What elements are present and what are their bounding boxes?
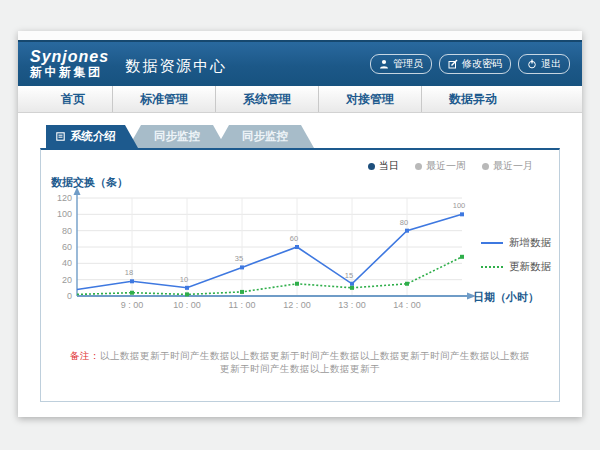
edit-icon <box>448 59 458 69</box>
document-icon <box>56 131 65 143</box>
tab-sync-monitor-1[interactable]: 同步监控 <box>128 125 226 148</box>
radio-today[interactable]: 当日 <box>368 159 399 173</box>
change-password-button[interactable]: 修改密码 <box>439 54 511 74</box>
tab-system-intro-label: 系统介绍 <box>70 129 116 144</box>
svg-text:15: 15 <box>345 271 353 280</box>
legend-item-new-data: 新增数据 <box>481 236 551 250</box>
page-background: Synjones 新中新集团 数据资源中心 管理员 修改密码 <box>0 0 600 450</box>
app-header: Synjones 新中新集团 数据资源中心 管理员 修改密码 <box>18 40 582 86</box>
admin-user-button[interactable]: 管理员 <box>370 54 432 74</box>
window-top-strip <box>18 31 582 40</box>
svg-text:0: 0 <box>67 291 72 301</box>
svg-text:13 : 00: 13 : 00 <box>338 300 366 310</box>
svg-text:60: 60 <box>290 234 298 243</box>
radio-last-month-label: 最近一月 <box>493 159 533 173</box>
logout-button[interactable]: 退出 <box>518 54 570 74</box>
blue-line-sample-icon <box>481 242 503 244</box>
radio-last-month[interactable]: 最近一月 <box>482 159 533 173</box>
app-window: Synjones 新中新集团 数据资源中心 管理员 修改密码 <box>18 31 582 417</box>
svg-text:9 : 00: 9 : 00 <box>121 300 144 310</box>
radio-last-week[interactable]: 最近一周 <box>415 159 466 173</box>
time-filter: 当日 最近一周 最近一月 <box>368 159 533 173</box>
tab-sync-monitor-2[interactable]: 同步监控 <box>216 125 314 148</box>
footnote-text: 以上数据更新于时间产生数据以上数据更新于时间产生数据以上数据更新于时间产生数据以… <box>100 350 530 374</box>
legend-new-data-label: 新增数据 <box>509 236 551 250</box>
main-nav: 首页 标准管理 系统管理 对接管理 数据异动 <box>18 86 582 113</box>
radio-dot-icon <box>368 163 375 170</box>
logout-label: 退出 <box>541 57 561 71</box>
nav-item-home[interactable]: 首页 <box>34 86 112 112</box>
footnote: 备注：以上数据更新于时间产生数据以上数据更新于时间产生数据以上数据更新于时间产生… <box>41 350 559 376</box>
nav-item-standard-mgmt[interactable]: 标准管理 <box>112 86 215 112</box>
svg-text:80: 80 <box>400 218 408 227</box>
svg-text:14 : 00: 14 : 00 <box>393 300 421 310</box>
svg-text:100: 100 <box>57 209 72 219</box>
chart-panel: 当日 最近一周 最近一月 9 : 0010 : 0011 : 0012 : 00… <box>40 148 560 402</box>
svg-text:11 : 00: 11 : 00 <box>229 300 256 310</box>
svg-text:80: 80 <box>62 226 72 236</box>
green-dotted-sample-icon <box>481 266 503 268</box>
nav-item-docking-mgmt[interactable]: 对接管理 <box>318 86 421 112</box>
svg-text:数据交换（条）: 数据交换（条） <box>50 176 128 189</box>
power-icon <box>527 59 537 69</box>
svg-text:10: 10 <box>180 275 188 284</box>
tab-sync-monitor-2-label: 同步监控 <box>242 129 288 144</box>
admin-user-label: 管理员 <box>393 57 423 71</box>
svg-text:120: 120 <box>57 193 72 203</box>
radio-dot-icon <box>482 163 489 170</box>
svg-text:20: 20 <box>62 275 72 285</box>
radio-last-week-label: 最近一周 <box>426 159 466 173</box>
user-actions: 管理员 修改密码 退出 <box>370 54 570 74</box>
radio-dot-icon <box>415 163 422 170</box>
svg-text:60: 60 <box>62 242 72 252</box>
user-icon <box>379 59 389 69</box>
nav-item-system-mgmt[interactable]: 系统管理 <box>215 86 318 112</box>
tab-bar: 系统介绍 同步监控 同步监控 <box>46 125 560 148</box>
main-content: 系统介绍 同步监控 同步监控 当日 最近一周 <box>18 113 582 402</box>
footnote-prefix: 备注： <box>70 350 100 361</box>
radio-today-label: 当日 <box>379 159 399 173</box>
nav-item-data-change[interactable]: 数据异动 <box>421 86 524 112</box>
svg-text:10 : 00: 10 : 00 <box>173 300 201 310</box>
svg-text:18: 18 <box>125 268 133 277</box>
change-password-label: 修改密码 <box>462 57 502 71</box>
logo-brand-text: Synjones <box>30 49 109 66</box>
svg-text:35: 35 <box>235 254 243 263</box>
svg-text:100: 100 <box>453 201 466 210</box>
line-chart: 9 : 0010 : 0011 : 0012 : 0013 : 0014 : 0… <box>45 174 497 324</box>
chart-zone: 9 : 0010 : 0011 : 0012 : 0013 : 0014 : 0… <box>41 174 559 328</box>
app-title: 数据资源中心 <box>125 57 227 76</box>
tab-sync-monitor-1-label: 同步监控 <box>154 129 200 144</box>
legend-updated-data-label: 更新数据 <box>509 260 551 274</box>
company-logo: Synjones 新中新集团 <box>30 49 109 78</box>
svg-text:12 : 00: 12 : 00 <box>283 300 311 310</box>
tab-system-intro[interactable]: 系统介绍 <box>46 125 138 148</box>
x-axis-title: 日期（小时） <box>473 290 539 305</box>
legend-item-updated-data: 更新数据 <box>481 260 551 274</box>
svg-text:40: 40 <box>62 258 72 268</box>
chart-legend: 新增数据 更新数据 <box>481 236 551 274</box>
logo-company-text: 新中新集团 <box>30 66 109 79</box>
